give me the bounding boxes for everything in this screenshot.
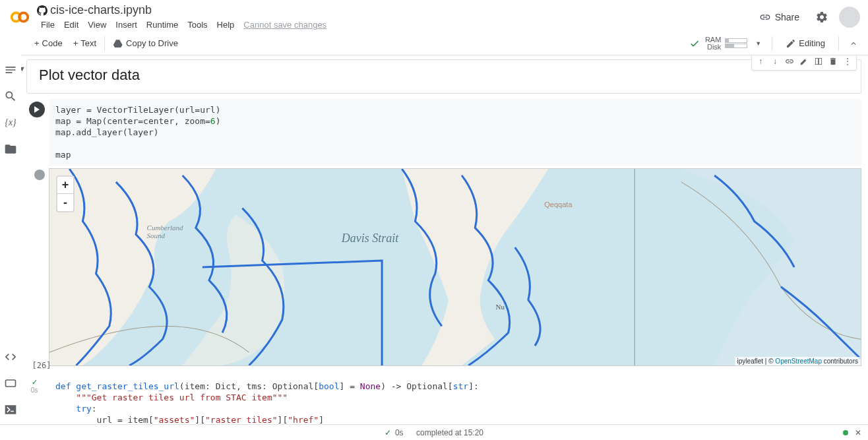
code-editor[interactable]: def get_raster_tiles_url(item: Dict, tms… bbox=[49, 375, 861, 424]
check-icon: ✓ bbox=[385, 428, 391, 437]
menu-tools[interactable]: Tools bbox=[183, 18, 211, 31]
avatar[interactable] bbox=[839, 7, 860, 28]
github-icon bbox=[37, 5, 47, 16]
header-right: Share bbox=[754, 7, 860, 28]
heading-text: Plot vector data bbox=[39, 67, 849, 84]
separator bbox=[104, 36, 105, 51]
play-icon bbox=[34, 106, 40, 113]
command-pal-button[interactable] bbox=[4, 377, 17, 390]
editing-mode-button[interactable]: Editing bbox=[780, 36, 830, 51]
delete-cell-button[interactable] bbox=[826, 55, 840, 69]
menu-no-save: Cannot save changes bbox=[239, 18, 330, 31]
main: {x} ▼ ↑ ↓ ⋮ Plot vector data bbox=[0, 55, 868, 424]
edit-cell-button[interactable] bbox=[797, 55, 811, 69]
move-up-button[interactable]: ↑ bbox=[753, 55, 768, 69]
code-snippets-button[interactable] bbox=[4, 350, 17, 363]
notebook-content: ▼ ↑ ↓ ⋮ Plot vector data ✓ 0s bbox=[21, 55, 868, 424]
disk-label: Disk bbox=[705, 44, 721, 51]
vars-button[interactable]: {x} bbox=[4, 116, 17, 129]
svg-rect-2 bbox=[6, 380, 16, 387]
close-button[interactable]: ✕ bbox=[855, 428, 861, 437]
exec-count: [26] bbox=[32, 361, 51, 370]
add-code-label: Code bbox=[42, 38, 63, 48]
plus-icon: + bbox=[73, 38, 78, 48]
check-icon: ✓ bbox=[32, 378, 38, 387]
plus-icon: + bbox=[34, 38, 40, 48]
ram-disk-indicator[interactable]: RAM Disk bbox=[705, 36, 747, 51]
run-button[interactable] bbox=[29, 102, 45, 117]
footer-time: 0s bbox=[395, 428, 404, 437]
disk-bar bbox=[725, 44, 747, 48]
drive-icon bbox=[113, 38, 123, 49]
filename[interactable]: cis-ice-charts.ipynb bbox=[50, 3, 152, 17]
code-cell-1: ✓ 0s layer = VectorTileLayer(url=url) ma… bbox=[26, 99, 861, 366]
more-cell-button[interactable]: ⋮ bbox=[840, 55, 855, 69]
copy-to-drive-label: Copy to Drive bbox=[126, 38, 178, 48]
menu-runtime[interactable]: Runtime bbox=[142, 18, 182, 31]
cell-toolbar: ↑ ↓ ⋮ bbox=[751, 55, 857, 71]
ram-label: RAM bbox=[705, 36, 721, 44]
separator bbox=[838, 36, 839, 51]
terminal-button[interactable] bbox=[4, 403, 17, 416]
menu-edit[interactable]: Edit bbox=[60, 18, 82, 31]
zoom-in-button[interactable]: + bbox=[57, 177, 73, 194]
svg-rect-4 bbox=[819, 58, 822, 64]
files-button[interactable] bbox=[4, 142, 17, 156]
copy-to-drive-button[interactable]: Copy to Drive bbox=[108, 36, 183, 51]
map-label-qeqqata: Qeqqata bbox=[544, 201, 572, 208]
exec-time: 0s bbox=[31, 387, 38, 394]
colab-logo[interactable] bbox=[8, 5, 32, 29]
toolbar: + Code + Text Copy to Drive RAM Disk ▼ E… bbox=[21, 32, 868, 55]
map-label-cumberland: Cumberland Sound bbox=[147, 224, 183, 239]
connection-indicator bbox=[843, 430, 848, 435]
title-area: cis-ice-charts.ipynb File Edit View Inse… bbox=[37, 3, 754, 31]
code-cell-2: ✓ 0s [26] def get_raster_tiles_url(item:… bbox=[26, 375, 861, 424]
map-label-davis: Davis Strait bbox=[342, 232, 399, 245]
menu-insert[interactable]: Insert bbox=[111, 18, 141, 31]
text-cell: ▼ ↑ ↓ ⋮ Plot vector data bbox=[25, 59, 861, 94]
output-toggle-icon[interactable] bbox=[34, 170, 45, 180]
menubar: File Edit View Insert Runtime Tools Help… bbox=[37, 18, 754, 31]
menu-view[interactable]: View bbox=[84, 18, 110, 31]
separator bbox=[772, 36, 772, 51]
osm-link[interactable]: OpenStreetMap bbox=[775, 358, 822, 365]
cell-gutter: ✓ 0s [26] bbox=[24, 378, 45, 394]
share-label: Share bbox=[775, 12, 799, 22]
editing-label: Editing bbox=[799, 38, 825, 48]
chevron-up-icon bbox=[849, 39, 858, 48]
link-cell-button[interactable] bbox=[782, 55, 797, 69]
share-button[interactable]: Share bbox=[754, 9, 805, 26]
add-text-label: Text bbox=[80, 38, 96, 48]
check-icon bbox=[689, 38, 700, 49]
collapse-header-button[interactable] bbox=[847, 37, 860, 50]
resources-dropdown[interactable]: ▼ bbox=[753, 40, 764, 47]
status-bar: ✓ 0s completed at 15:20 ✕ bbox=[0, 424, 868, 440]
gear-icon bbox=[815, 11, 828, 24]
add-text-button[interactable]: + Text bbox=[68, 36, 102, 51]
header: cis-ice-charts.ipynb File Edit View Inse… bbox=[0, 0, 868, 32]
find-button[interactable] bbox=[4, 90, 17, 103]
map-output[interactable]: + - Davis Strait Cumberland Sound Nu Qeq… bbox=[49, 168, 861, 366]
zoom-out-button[interactable]: - bbox=[57, 194, 73, 211]
settings-button[interactable] bbox=[813, 8, 831, 26]
pencil-icon bbox=[786, 38, 796, 49]
left-sidebar: {x} bbox=[0, 55, 21, 424]
map-label-nuuk: Nu bbox=[496, 303, 505, 311]
move-down-button[interactable]: ↓ bbox=[768, 55, 782, 69]
map-attribution: ipyleaflet | © OpenStreetMap contributor… bbox=[735, 357, 861, 365]
mirror-cell-button[interactable] bbox=[811, 55, 826, 69]
add-code-button[interactable]: + Code bbox=[29, 36, 68, 51]
code-editor[interactable]: layer = VectorTileLayer(url=url) map = M… bbox=[49, 99, 861, 166]
menu-file[interactable]: File bbox=[37, 18, 59, 31]
link-icon bbox=[759, 11, 771, 23]
footer-msg: completed at 15:20 bbox=[416, 428, 483, 437]
output-area: + - Davis Strait Cumberland Sound Nu Qeq… bbox=[49, 168, 861, 366]
svg-rect-3 bbox=[815, 58, 818, 64]
menu-help[interactable]: Help bbox=[213, 18, 239, 31]
ram-bar bbox=[725, 38, 747, 43]
map-zoom-controls: + - bbox=[56, 175, 75, 212]
toc-button[interactable] bbox=[4, 63, 17, 77]
